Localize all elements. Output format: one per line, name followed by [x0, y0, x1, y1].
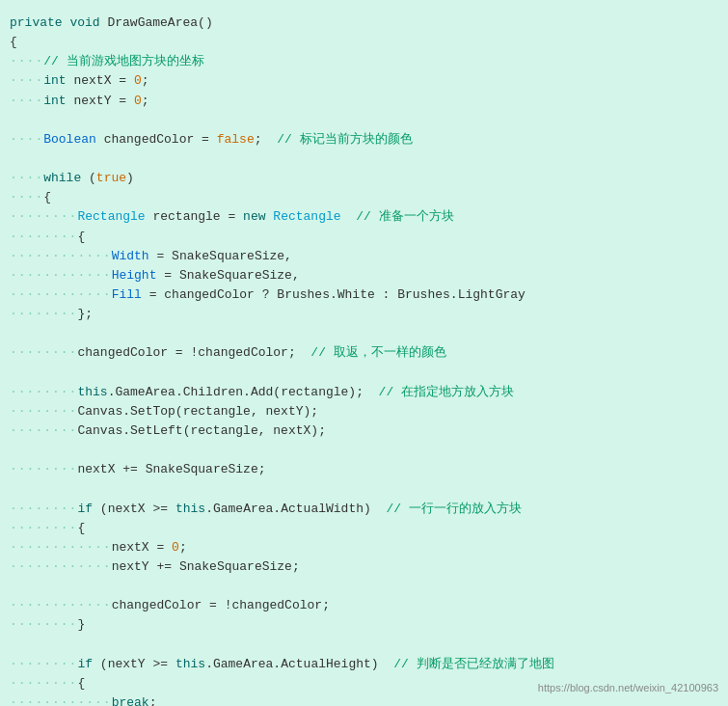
line-content: Canvas.SetLeft(rectangle, nextX); [77, 421, 326, 441]
line-content: nextY += SnakeSquareSize; [112, 557, 300, 577]
line-content: changedColor = !changedColor; [112, 596, 330, 615]
code-line: ············Height = SnakeSquareSize, [10, 266, 718, 285]
line-content: Rectangle rectangle = new Rectangle // 准… [77, 207, 453, 227]
indent-dots: ········ [10, 460, 77, 479]
code-line: ····while (true) [10, 169, 718, 188]
line-content: nextX = 0; [112, 538, 187, 557]
code-line: ····Boolean changedColor = false; // 标记当… [10, 130, 718, 149]
indent-dots: ············ [10, 266, 112, 285]
code-line [10, 479, 718, 499]
code-line [10, 149, 718, 169]
code-line: private void DrawGameArea() [10, 14, 718, 33]
indent-dots: ············ [10, 557, 112, 577]
indent-dots: ········ [10, 655, 77, 674]
line-content: Boolean changedColor = false; // 标记当前方块的… [43, 130, 412, 149]
code-line: ········{ [10, 519, 718, 538]
code-line: { [10, 33, 718, 52]
code-line: ············nextY += SnakeSquareSize; [10, 557, 718, 577]
line-content: nextX += SnakeSquareSize; [77, 460, 265, 479]
code-line: ········Rectangle rectangle = new Rectan… [10, 207, 718, 227]
indent-dots: ········ [10, 305, 77, 324]
indent-dots: ············ [10, 285, 112, 305]
code-line [10, 324, 718, 343]
watermark: https://blog.csdn.net/weixin_42100963 [538, 680, 718, 696]
indent-dots: ···· [10, 188, 43, 207]
line-content: break; [112, 693, 157, 706]
indent-dots: ········ [10, 383, 77, 402]
indent-dots: ············ [10, 247, 112, 266]
line-content: if (nextX >= this.GameArea.ActualWidth) … [77, 500, 521, 519]
code-line [10, 364, 718, 383]
line-content: Width = SnakeSquareSize, [112, 247, 292, 266]
line-content: while (true) [43, 169, 134, 188]
line-content: Canvas.SetTop(rectangle, nextY); [77, 402, 318, 421]
line-content: // 当前游戏地图方块的坐标 [43, 52, 203, 71]
indent-dots: ············ [10, 596, 112, 615]
line-content: Fill = changedColor ? Brushes.White : Br… [112, 285, 526, 305]
code-line [10, 441, 718, 460]
indent-dots: ········ [10, 402, 77, 421]
indent-dots: ···· [10, 52, 43, 71]
code-line: ············nextX = 0; [10, 538, 718, 557]
indent-dots: ···· [10, 169, 43, 188]
line-content: this.GameArea.Children.Add(rectangle); /… [77, 383, 514, 402]
code-line: ····int nextY = 0; [10, 92, 718, 111]
line-content: private void DrawGameArea() [10, 14, 213, 33]
code-container: private void DrawGameArea(){····// 当前游戏地… [0, 8, 728, 706]
line-content: } [77, 615, 85, 635]
indent-dots: ········ [10, 674, 77, 693]
indent-dots: ········ [10, 519, 77, 538]
code-line: ····int nextX = 0; [10, 71, 718, 91]
code-line [10, 636, 718, 655]
code-line: ········if (nextX >= this.GameArea.Actua… [10, 500, 718, 519]
indent-dots: ········ [10, 615, 77, 635]
code-line [10, 577, 718, 596]
code-line: ········Canvas.SetTop(rectangle, nextY); [10, 402, 718, 421]
indent-dots: ········ [10, 207, 77, 227]
line-content: { [77, 674, 85, 693]
code-line [10, 111, 718, 130]
code-line: ········changedColor = !changedColor; //… [10, 343, 718, 363]
line-content: { [43, 188, 51, 207]
line-content: Height = SnakeSquareSize, [112, 266, 300, 285]
code-line: ········if (nextY >= this.GameArea.Actua… [10, 655, 718, 674]
indent-dots: ········ [10, 343, 77, 363]
code-line: ····{ [10, 188, 718, 207]
line-content: changedColor = !changedColor; // 取返，不一样的… [77, 343, 445, 363]
line-content: { [77, 228, 85, 247]
line-content: if (nextY >= this.GameArea.ActualHeight)… [77, 655, 553, 674]
indent-dots: ········ [10, 421, 77, 441]
indent-dots: ········ [10, 500, 77, 519]
code-line: ············Width = SnakeSquareSize, [10, 247, 718, 266]
code-line: ········{ [10, 228, 718, 247]
line-content: int nextX = 0; [43, 71, 148, 91]
code-line: ············changedColor = !changedColor… [10, 596, 718, 615]
indent-dots: ············ [10, 693, 112, 706]
code-line: ········} [10, 615, 718, 635]
line-content: { [10, 33, 17, 52]
indent-dots: ···· [10, 130, 43, 149]
code-line: ········nextX += SnakeSquareSize; [10, 460, 718, 479]
line-content: }; [77, 305, 93, 324]
indent-dots: ········ [10, 228, 77, 247]
code-line: ········}; [10, 305, 718, 324]
code-line: ········Canvas.SetLeft(rectangle, nextX)… [10, 421, 718, 441]
indent-dots: ···· [10, 71, 43, 91]
code-line: ············Fill = changedColor ? Brushe… [10, 285, 718, 305]
indent-dots: ············ [10, 538, 112, 557]
line-content: int nextY = 0; [43, 92, 148, 111]
code-line: ····// 当前游戏地图方块的坐标 [10, 52, 718, 71]
line-content: { [77, 519, 85, 538]
indent-dots: ···· [10, 92, 43, 111]
code-line: ········this.GameArea.Children.Add(recta… [10, 383, 718, 402]
